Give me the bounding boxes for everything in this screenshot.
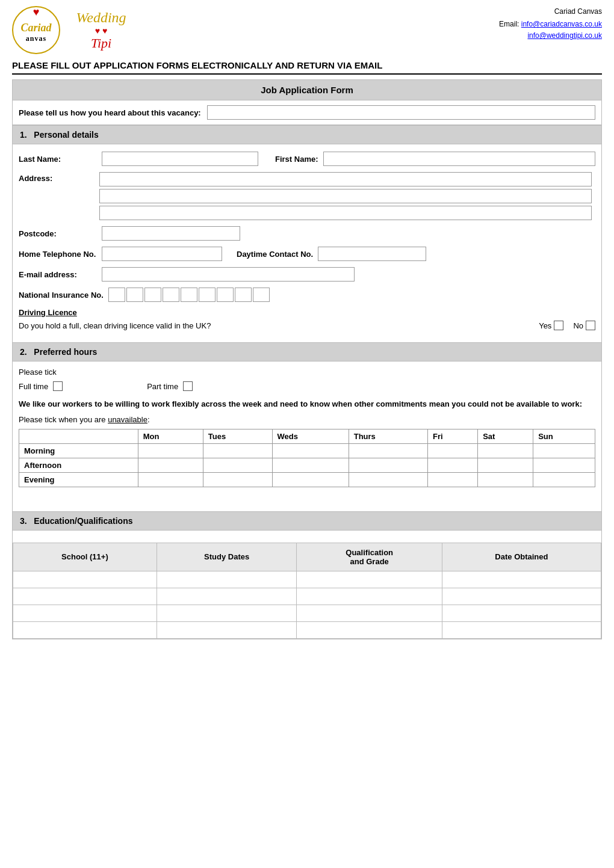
edu-obtained-2[interactable] [442,588,601,605]
avail-evening-thurs[interactable] [349,472,427,487]
edu-col-qualification: Qualificationand Grade [297,543,442,571]
edu-dates-3[interactable] [157,605,297,621]
section-preferred-title: Preferred hours [34,347,97,357]
ni-seg-9[interactable] [253,288,270,302]
ni-seg-4[interactable] [163,288,179,302]
avail-morning-fri[interactable] [428,443,478,458]
email-field-input[interactable] [102,267,355,282]
parttime-item: Part time [147,381,193,391]
section-preferred-number: 2. [20,347,27,357]
avail-morning-weds[interactable] [272,443,349,458]
edu-dates-4[interactable] [157,621,297,638]
email1-link[interactable]: info@cariadcanvas.co.uk [521,20,602,28]
avail-afternoon-sat[interactable] [478,458,533,472]
edu-table-row [13,588,601,605]
avail-evening-label: Evening [19,472,138,487]
email-prefix: Email: [499,20,519,28]
avail-evening-mon[interactable] [138,472,203,487]
tipi-text: Tipi [91,35,111,51]
section-personal-body: Last Name: First Name: Address: Postcode… [13,144,601,342]
address-input-1[interactable] [99,172,592,186]
edu-qual-4[interactable] [297,621,442,638]
avail-evening-sun[interactable] [533,472,595,487]
no-checkbox[interactable] [586,321,595,330]
edu-obtained-3[interactable] [442,605,601,621]
address-input-3[interactable] [99,206,592,220]
header-contact: Cariad Canvas Email: info@cariadcanvas.c… [499,6,602,42]
company-name-label: Cariad Canvas [499,6,602,17]
ni-seg-2[interactable] [126,288,143,302]
unavailable-colon: : [147,415,150,424]
ni-seg-6[interactable] [199,288,216,302]
first-name-label: First Name: [275,155,318,164]
edu-qual-1[interactable] [297,571,442,588]
vacancy-label: Please tell us how you heard about this … [19,108,201,117]
preferred-section-body: Please tick Full time Part time We like … [13,362,601,505]
edu-qual-2[interactable] [297,588,442,605]
avail-afternoon-weds[interactable] [272,458,349,472]
wedding-logo: Wedding ♥ ♥ Tipi [65,6,137,54]
ni-seg-5[interactable] [181,288,197,302]
avail-afternoon-sun[interactable] [533,458,595,472]
edu-table-row [13,621,601,638]
ni-seg-7[interactable] [217,288,234,302]
edu-dates-1[interactable] [157,571,297,588]
edu-qual-3[interactable] [297,605,442,621]
avail-col-label [19,429,138,443]
ni-seg-3[interactable] [144,288,161,302]
section-personal-title: Personal details [34,130,98,140]
avail-morning-tues[interactable] [203,443,272,458]
postcode-row: Postcode: [19,226,595,241]
avail-morning-sat[interactable] [478,443,533,458]
avail-col-sun: Sun [533,429,595,443]
edu-school-1[interactable] [13,571,157,588]
last-name-input[interactable] [102,152,258,166]
avail-afternoon-label: Afternoon [19,458,138,472]
edu-school-4[interactable] [13,621,157,638]
ni-seg-1[interactable] [108,288,125,302]
email2-link[interactable]: info@weddingtipi.co.uk [527,31,602,40]
yes-no-group: Yes No [539,321,595,330]
avail-afternoon-fri[interactable] [428,458,478,472]
postcode-input[interactable] [102,226,240,241]
unavailable-underline: unavailable [108,415,147,424]
avail-col-mon: Mon [138,429,203,443]
logo-area: ♥ Cariad anvas Wedding ♥ ♥ Tipi [12,6,137,54]
no-label: No [573,321,595,330]
avail-afternoon-thurs[interactable] [349,458,427,472]
address-input-2[interactable] [99,189,592,203]
avail-morning-mon[interactable] [138,443,203,458]
avail-afternoon-tues[interactable] [203,458,272,472]
edu-dates-2[interactable] [157,588,297,605]
edu-obtained-4[interactable] [442,621,601,638]
edu-school-3[interactable] [13,605,157,621]
home-tel-input[interactable] [102,247,222,261]
cariad-text: Cariad [20,22,51,34]
unavailable-text-line: Please tick when you are unavailable: [19,415,595,424]
ni-seg-8[interactable] [235,288,252,302]
yes-checkbox[interactable] [554,321,563,330]
name-row: Last Name: First Name: [19,152,595,166]
avail-morning-sun[interactable] [533,443,595,458]
avail-morning-thurs[interactable] [349,443,427,458]
vacancy-input[interactable] [207,105,595,120]
edu-obtained-1[interactable] [442,571,601,588]
fulltime-checkbox[interactable] [53,381,63,391]
last-name-label: Last Name: [19,155,97,164]
cariad-logo: ♥ Cariad anvas [12,6,60,54]
avail-evening-sat[interactable] [478,472,533,487]
page: ♥ Cariad anvas Wedding ♥ ♥ Tipi [0,0,614,868]
first-name-input[interactable] [323,152,595,166]
phone-row: Home Telephone No. Daytime Contact No. [19,247,595,261]
parttime-checkbox[interactable] [183,381,193,391]
avail-afternoon-mon[interactable] [138,458,203,472]
daytime-input[interactable] [318,247,426,261]
email-field-label: E-mail address: [19,270,97,279]
fulltime-label: Full time [19,382,48,391]
ni-segments [108,288,270,302]
avail-evening-fri[interactable] [428,472,478,487]
edu-school-2[interactable] [13,588,157,605]
heart-left-icon: ♥ [95,26,100,35]
avail-evening-tues[interactable] [203,472,272,487]
avail-evening-weds[interactable] [272,472,349,487]
